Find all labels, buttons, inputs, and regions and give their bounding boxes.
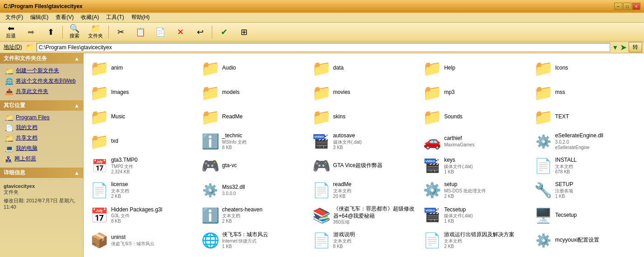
file-item[interactable]: ℹ️ _technic MSInfo 文档8 KB: [198, 130, 308, 153]
file-item[interactable]: 📄 游戏说明 文本文档8 KB: [309, 229, 419, 252]
file-item[interactable]: 🔧 SETUP 注册表项1 KB: [531, 179, 640, 201]
menu-file[interactable]: 文件(F): [2, 13, 27, 22]
paste-button[interactable]: 📄: [151, 27, 169, 37]
menu-edit[interactable]: 编辑(E): [27, 13, 52, 22]
file-details: 侠飞车5：城市风云 Internet 快捷方式1 KB: [222, 231, 269, 249]
sidebar-item-program-files[interactable]: 📁 Program Files: [0, 112, 83, 122]
file-item[interactable]: 📄 游戏运行出错原因及解决方案 文本文档2 KB: [420, 229, 529, 252]
file-name: autosave: [333, 132, 362, 140]
sidebar-item-my-computer[interactable]: 💻 我的电脑: [0, 143, 83, 154]
file-item[interactable]: 📄 INSTALL 文本文档678 KB: [531, 154, 640, 177]
address-go-arrow[interactable]: ➤: [620, 42, 627, 52]
sidebar-detail-collapse-icon[interactable]: ▲: [74, 170, 79, 176]
check-icon: ✔: [221, 28, 228, 36]
file-item[interactable]: 📁 Images: [87, 81, 196, 104]
file-item[interactable]: 🎮 GTA Vice超级作弊器: [309, 154, 419, 177]
file-details: Mss32.dll 3.0.0.0: [222, 184, 245, 196]
file-item[interactable]: 📚 《侠盗飞车：罪恶都市》超级修改器+64@我爱秘籍 360压缩: [309, 203, 419, 227]
file-item[interactable]: 🎬video autosave 媒体文件(.dat)3 KB: [309, 130, 419, 153]
file-item[interactable]: 🎬video keys 媒体文件(.dat)1 KB: [420, 154, 529, 177]
cut-button[interactable]: ✂: [112, 27, 130, 37]
view-button[interactable]: ⊞: [235, 27, 253, 37]
file-icon-book: 📚: [313, 206, 331, 224]
sidebar-item-publish-web[interactable]: 🌐 将这个文件夹发布到Web: [0, 76, 83, 86]
file-item[interactable]: 📁 Music: [87, 106, 196, 128]
file-meta: G3L 文件: [111, 213, 162, 219]
menu-favorites[interactable]: 收藏(A): [77, 13, 103, 22]
file-item[interactable]: 🎮 gta-vc: [198, 154, 308, 177]
minimize-button[interactable]: −: [614, 3, 622, 10]
forward-button[interactable]: ➡: [22, 27, 40, 37]
address-dropdown-icon[interactable]: ▼: [612, 44, 618, 51]
file-item[interactable]: 📁 txd: [87, 130, 196, 153]
file-item[interactable]: 📦 uninst 侠盗飞车5：城市风云: [87, 229, 196, 252]
sidebar-item-shared-docs[interactable]: 📁 共享文档: [0, 133, 83, 143]
sidebar-tasks-collapse-icon[interactable]: ▲: [74, 56, 79, 62]
file-icon-ie: 🌐: [201, 231, 219, 249]
file-item[interactable]: ⚙️ setup MS-DOS 批处理文件2 KB: [420, 179, 529, 201]
address-input[interactable]: [37, 43, 610, 52]
file-item[interactable]: 🖥️ Tecsetup: [531, 203, 640, 227]
undo-button[interactable]: ↩: [191, 27, 209, 37]
folders-button[interactable]: 📁 文件夹: [85, 23, 106, 40]
file-icon-dll2: ⚙️: [201, 181, 219, 199]
file-item[interactable]: 📁 Icons: [531, 57, 640, 79]
close-button[interactable]: ×: [632, 3, 640, 10]
file-item[interactable]: 📁 skins: [309, 106, 419, 128]
sidebar-item-network[interactable]: 🖧 网上邻居: [0, 154, 83, 164]
file-item[interactable]: ⚙️ mcyyouxi配置设置: [531, 229, 640, 252]
file-item[interactable]: 📁 Help: [420, 57, 529, 79]
file-item[interactable]: 📄 license 文本文档2 KB: [87, 179, 196, 201]
file-item[interactable]: 📁 mss: [531, 81, 640, 104]
file-name: eSellerateEngine.dll: [555, 132, 603, 140]
file-item[interactable]: 📄 readMe 文本文档20 KB: [309, 179, 419, 201]
file-grid: 📁 anim 📁 Audio 📁 data 📁 Help 📁 Icons 📁: [87, 57, 640, 252]
file-item[interactable]: 🚗 carthief MaximaGames: [420, 130, 529, 153]
folders-icon: 📁: [91, 24, 101, 33]
file-item[interactable]: 📁 ReadMe: [198, 106, 308, 128]
sidebar-other-collapse-icon[interactable]: ▲: [74, 103, 79, 109]
file-icon-folder: 📁: [423, 59, 441, 77]
delete-button[interactable]: ✕: [171, 27, 189, 37]
file-details: keys 媒体文件(.dat)1 KB: [444, 157, 472, 175]
maximize-button[interactable]: □: [623, 3, 631, 10]
go-button[interactable]: 转: [629, 42, 642, 52]
file-icon-reg: 🔧: [534, 181, 552, 199]
file-item[interactable]: 📁 Sounds: [420, 106, 529, 128]
sidebar-item-new-folder[interactable]: 📁 创建一个新文件夹: [0, 65, 83, 76]
sidebar-item-my-documents[interactable]: 📄 我的文档: [0, 122, 83, 133]
back-button[interactable]: ⬅ 后退: [2, 23, 20, 40]
sidebar-item-share[interactable]: 📤 共享此文件夹: [0, 86, 83, 97]
sidebar-item-shared-docs-label: 共享文档: [16, 134, 37, 142]
check-button[interactable]: ✔: [215, 27, 233, 37]
file-item[interactable]: 🎬video Tecsetup 媒体文件(.dat)1 KB: [420, 203, 529, 227]
file-item[interactable]: 📁 anim: [87, 57, 196, 79]
file-item[interactable]: 📁 Audio: [198, 57, 308, 79]
file-item[interactable]: 📁 TEXT: [531, 106, 640, 128]
up-button[interactable]: ⬆: [42, 27, 60, 37]
file-details: gta-vc: [222, 162, 237, 169]
file-size: eSellerateEngine: [555, 145, 603, 150]
menu-view[interactable]: 查看(V): [52, 13, 77, 22]
file-name: cheaters-heaven: [222, 206, 262, 214]
file-name: gta3.TMP0: [111, 157, 138, 164]
file-item[interactable]: 📁 movies: [309, 81, 419, 104]
file-item[interactable]: ⚙️ eSellerateEngine.dll 3.0.2.0eSellerat…: [531, 130, 640, 153]
menu-help[interactable]: 帮助(H): [128, 13, 154, 22]
file-item[interactable]: 📁 models: [198, 81, 308, 104]
file-size: 20 KB: [333, 194, 352, 199]
file-item[interactable]: 📅 gta3.TMP0 TMP0 文件2,324 KB: [87, 154, 196, 177]
menu-tools[interactable]: 工具(T): [103, 13, 127, 22]
copy-button[interactable]: 📋: [131, 27, 149, 37]
search-button[interactable]: 🔍 搜索: [65, 23, 84, 40]
file-item[interactable]: 📁 data: [309, 57, 419, 79]
file-item[interactable]: 📁 mp3: [420, 81, 529, 104]
file-details: setup MS-DOS 批处理文件2 KB: [444, 181, 486, 199]
file-item[interactable]: 📅 Hidden Packages.g3l G3L 文件8 KB: [87, 203, 196, 227]
titlebar-title: C:\Program Files\gtavicecityex: [4, 3, 83, 9]
file-item[interactable]: 🌐 侠飞车5：城市风云 Internet 快捷方式1 KB: [198, 229, 308, 252]
file-name: INSTALL: [555, 157, 577, 164]
file-name: GTA Vice超级作弊器: [333, 162, 383, 169]
file-item[interactable]: ⚙️ Mss32.dll 3.0.0.0: [198, 179, 308, 201]
file-item[interactable]: ℹ️ cheaters-heaven 文本文档2 KB: [198, 203, 308, 227]
